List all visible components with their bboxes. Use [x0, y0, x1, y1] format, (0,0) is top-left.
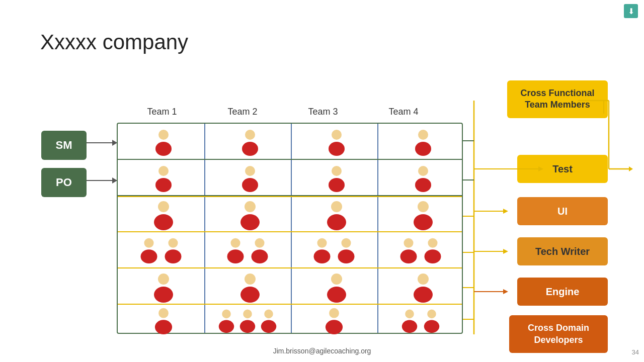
cell-r5-c4 — [382, 270, 464, 305]
cell-r4-c1 — [118, 232, 204, 268]
svg-point-26 — [168, 238, 178, 248]
svg-point-31 — [252, 249, 268, 263]
tech-writer-box: Tech Writer — [517, 237, 608, 265]
svg-point-40 — [158, 274, 169, 285]
cell-r1-c4 — [382, 125, 464, 160]
svg-point-30 — [255, 238, 264, 248]
svg-marker-81 — [629, 166, 633, 171]
svg-point-49 — [155, 320, 172, 334]
svg-point-39 — [425, 249, 441, 263]
team-labels: Team 1 Team 2 Team 3 Team 4 — [122, 107, 444, 117]
svg-point-57 — [326, 320, 343, 334]
cell-r3-c3 — [296, 198, 377, 232]
cell-r3-c4 — [382, 198, 464, 232]
cell-r2-c1 — [123, 161, 204, 196]
slide-number: 34 — [632, 348, 639, 356]
svg-point-34 — [341, 238, 351, 248]
svg-point-9 — [155, 178, 172, 192]
svg-point-51 — [219, 320, 234, 333]
svg-point-15 — [415, 178, 431, 192]
svg-point-18 — [245, 201, 256, 212]
page-title: Xxxxx company — [40, 30, 188, 54]
svg-marker-77 — [503, 289, 508, 294]
svg-point-44 — [331, 274, 342, 285]
svg-point-8 — [158, 166, 169, 176]
svg-point-25 — [141, 249, 157, 263]
svg-point-28 — [230, 238, 240, 248]
svg-point-4 — [332, 130, 342, 140]
svg-point-61 — [424, 320, 439, 333]
po-arrow — [87, 180, 117, 181]
svg-point-12 — [332, 166, 342, 176]
svg-point-43 — [240, 287, 260, 303]
cell-r4-c4 — [377, 232, 464, 268]
svg-point-23 — [414, 214, 433, 230]
cell-r6-c4 — [377, 307, 464, 335]
svg-point-55 — [261, 320, 276, 333]
main-grid — [117, 123, 463, 334]
svg-point-13 — [329, 178, 345, 192]
svg-marker-73 — [503, 209, 508, 214]
svg-point-37 — [400, 249, 417, 263]
svg-point-5 — [329, 142, 345, 156]
cell-r6-c1 — [123, 307, 204, 335]
cell-r1-c1 — [123, 125, 204, 160]
svg-point-46 — [418, 274, 429, 285]
cell-r2-c2 — [209, 161, 291, 196]
sm-box: SM — [41, 131, 87, 160]
svg-point-0 — [158, 130, 169, 140]
svg-point-6 — [418, 130, 428, 140]
cell-r4-c2 — [204, 232, 291, 268]
cell-r1-c3 — [296, 125, 377, 160]
cell-r2-c3 — [296, 161, 377, 196]
svg-point-24 — [144, 238, 153, 248]
cell-r3-c1 — [123, 198, 204, 232]
svg-point-29 — [227, 249, 244, 263]
ui-box: UI — [517, 197, 608, 225]
engine-box: Engine — [517, 278, 608, 306]
svg-point-60 — [427, 310, 436, 319]
test-box: Test — [517, 155, 608, 183]
svg-point-58 — [405, 310, 414, 319]
svg-point-7 — [415, 142, 431, 156]
svg-point-17 — [154, 214, 173, 230]
svg-point-52 — [243, 310, 252, 319]
cell-r3-c2 — [209, 198, 291, 232]
svg-point-32 — [317, 238, 327, 248]
svg-point-45 — [327, 287, 346, 303]
cell-r5-c2 — [209, 270, 291, 305]
svg-point-50 — [222, 310, 231, 319]
svg-point-47 — [414, 287, 433, 303]
svg-point-27 — [165, 249, 182, 263]
po-box: PO — [41, 168, 87, 197]
svg-point-59 — [402, 320, 417, 333]
svg-point-54 — [264, 310, 273, 319]
svg-point-53 — [240, 320, 255, 333]
cell-r1-c2 — [209, 125, 291, 160]
svg-point-42 — [245, 274, 256, 285]
svg-point-3 — [242, 142, 258, 156]
svg-point-56 — [329, 308, 339, 318]
svg-point-14 — [418, 166, 428, 176]
svg-point-10 — [245, 166, 255, 176]
svg-point-48 — [158, 308, 169, 318]
cell-r2-c4 — [382, 161, 464, 196]
footer-email: Jim.brisson@agilecoaching.org — [273, 347, 371, 355]
svg-point-22 — [418, 201, 429, 212]
svg-point-2 — [245, 130, 255, 140]
svg-point-38 — [428, 238, 437, 248]
svg-marker-75 — [503, 249, 508, 254]
svg-point-20 — [331, 201, 342, 212]
svg-point-1 — [155, 142, 172, 156]
svg-point-11 — [242, 178, 258, 192]
team-label-4: Team 4 — [363, 107, 444, 117]
svg-point-36 — [404, 238, 413, 248]
download-icon[interactable]: ⬇ — [624, 4, 638, 18]
team-label-3: Team 3 — [283, 107, 363, 117]
cell-r6-c2 — [204, 307, 291, 335]
svg-point-19 — [240, 214, 260, 230]
svg-point-33 — [314, 249, 331, 263]
sm-arrow — [87, 142, 117, 143]
cell-r4-c3 — [291, 232, 377, 268]
svg-point-41 — [154, 287, 173, 303]
